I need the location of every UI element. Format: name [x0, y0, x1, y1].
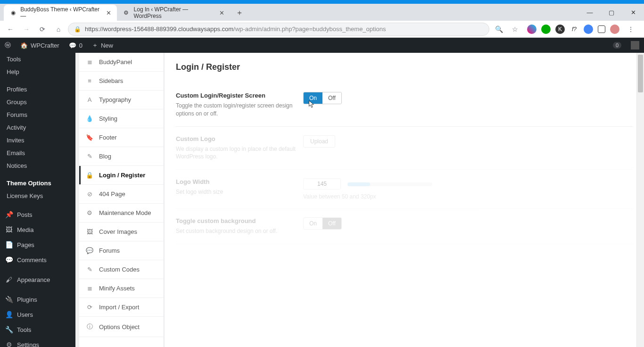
menu-icon[interactable]: ⋮	[624, 23, 637, 36]
options-sidebar-item[interactable]: 🖼Cover Images	[79, 223, 164, 241]
admin-menu-item[interactable]: 🔧Tools	[0, 322, 75, 337]
admin-menu-item[interactable]: 📌Posts	[0, 207, 75, 222]
toggle-custom-login[interactable]: On Off	[303, 92, 342, 104]
admin-menu-item[interactable]: Notices	[0, 159, 75, 172]
menu-label: Groups	[7, 99, 27, 106]
menu-label: Help	[7, 68, 19, 75]
admin-menu-item[interactable]: Invites	[0, 134, 75, 147]
toggle-on[interactable]: On	[304, 92, 322, 104]
upload-button[interactable]: Upload	[303, 135, 335, 148]
option-icon: ≡	[86, 77, 93, 84]
toggle-off[interactable]: Off	[322, 92, 341, 104]
close-icon[interactable]: ✕	[219, 9, 224, 17]
extension-icon[interactable]: f?	[570, 25, 579, 34]
admin-menu-item[interactable]: Help	[0, 66, 75, 78]
admin-menu-item[interactable]: Forums	[0, 108, 75, 121]
options-sidebar-item[interactable]: 💬Forums	[79, 241, 164, 260]
extension-icon[interactable]	[527, 25, 537, 34]
options-sidebar-item[interactable]: ATypography	[79, 91, 164, 109]
menu-label: Theme Options	[7, 180, 51, 187]
option-label: Import / Export	[99, 304, 139, 311]
favicon-icon: ◉	[9, 9, 17, 17]
field-description: Toggle the custom login/register screen …	[176, 102, 292, 117]
menu-label: Tools	[7, 56, 21, 63]
comments-link[interactable]: 💬0	[64, 38, 87, 53]
option-label: Maintenance Mode	[99, 209, 151, 216]
options-sidebar-item[interactable]: ⟳Import / Export	[79, 298, 164, 317]
admin-menu-item[interactable]: 📄Pages	[0, 237, 75, 252]
admin-menu-item[interactable]: 🖼Media	[0, 222, 75, 237]
admin-menu-item[interactable]: Theme Options	[0, 177, 75, 190]
options-sidebar-item[interactable]: ✎Custom Codes	[79, 260, 164, 279]
admin-menu-item[interactable]: Emails	[0, 147, 75, 159]
toggle-custom-background[interactable]: On Off	[303, 217, 342, 230]
home-icon: 🏠	[20, 42, 28, 49]
option-icon: ⚙	[86, 209, 93, 216]
avatar-icon[interactable]	[610, 25, 619, 34]
option-icon: 🔖	[86, 134, 93, 141]
option-icon: 💬	[86, 247, 93, 254]
address-bar[interactable]: 🔒 https://wordpress-156488-889399.cloudw…	[68, 23, 489, 36]
toggle-on[interactable]: On	[304, 218, 322, 229]
option-label: Options Object	[99, 323, 140, 330]
page-title: Login / Register	[176, 62, 633, 72]
reload-button[interactable]: ⟳	[36, 23, 49, 36]
site-link[interactable]: 🏠WPCrafter	[16, 38, 64, 53]
notifications[interactable]: 0	[608, 38, 626, 53]
logo-width-slider[interactable]	[347, 182, 432, 186]
back-button[interactable]: ←	[4, 23, 17, 36]
menu-label: Notices	[7, 162, 27, 169]
option-label: Footer	[99, 134, 117, 141]
admin-menu-item[interactable]: Profiles	[0, 83, 75, 96]
options-sidebar-item[interactable]: ≡Sidebars	[79, 72, 164, 91]
menu-label: Activity	[7, 124, 26, 131]
close-icon[interactable]: ✕	[106, 9, 111, 17]
options-sidebar-item[interactable]: ≣BuddyPanel	[79, 53, 164, 72]
option-icon: ≣	[86, 58, 93, 66]
options-sidebar-item[interactable]: ⊘404 Page	[79, 185, 164, 204]
browser-tab[interactable]: ⚙ Log In ‹ WPCrafter — WordPress ✕	[117, 5, 230, 21]
url-text: https://wordpress-156488-889399.cloudway…	[85, 25, 386, 33]
toggle-off[interactable]: Off	[322, 218, 341, 229]
admin-menu-item[interactable]: Activity	[0, 121, 75, 134]
scrollbar-thumb[interactable]	[638, 55, 643, 92]
options-sidebar-item[interactable]: ⓘOptions Object	[79, 317, 164, 337]
new-tab-button[interactable]: ＋	[233, 6, 246, 19]
option-icon: ⊘	[86, 190, 93, 198]
options-sidebar-item[interactable]: ⚙Maintenance Mode	[79, 204, 164, 223]
admin-menu-item[interactable]: 🖌Appearance	[0, 272, 75, 287]
admin-menu-item[interactable]: 🔌Plugins	[0, 292, 75, 307]
admin-menu-item[interactable]: 💬Comments	[0, 252, 75, 267]
admin-menu-item[interactable]: ⚙Settings	[0, 337, 75, 347]
options-sidebar-item[interactable]: 🔒Login / Register	[79, 166, 164, 185]
zoom-icon[interactable]: 🔍	[492, 23, 505, 36]
options-sidebar-item[interactable]: 🔖Footer	[79, 128, 164, 147]
logo-width-input[interactable]	[303, 178, 341, 190]
home-button[interactable]: ⌂	[52, 23, 65, 36]
browser-tab-active[interactable]: ◉ BuddyBoss Theme ‹ WPCrafter — ✕	[4, 5, 117, 21]
options-sidebar-item[interactable]: ≣Minify Assets	[79, 279, 164, 298]
admin-menu-item[interactable]: 👤Users	[0, 307, 75, 322]
admin-menu-item[interactable]: Tools	[0, 53, 75, 66]
account-avatar[interactable]	[626, 38, 644, 53]
option-icon: ✎	[86, 153, 93, 160]
menu-label: Pages	[17, 241, 34, 248]
extension-icon[interactable]	[541, 25, 551, 34]
extension-icon[interactable]	[598, 25, 605, 33]
theme-options-sidebar: ≣BuddyPanel≡SidebarsATypography💧Styling🔖…	[79, 53, 164, 347]
admin-menu-item[interactable]: Groups	[0, 96, 75, 108]
bookmark-icon[interactable]: ☆	[508, 23, 521, 36]
wp-logo[interactable]: ⓦ	[0, 38, 16, 53]
extension-icon[interactable]	[584, 25, 593, 34]
window-close-button[interactable]: ✕	[622, 4, 644, 21]
new-content-link[interactable]: ＋New	[87, 38, 118, 53]
field-hint: Value between 50 and 320px	[303, 193, 633, 200]
menu-icon: 💬	[5, 256, 13, 264]
scrollbar[interactable]	[636, 53, 644, 347]
extension-icon[interactable]: K	[555, 25, 565, 34]
options-sidebar-item[interactable]: 💧Styling	[79, 109, 164, 128]
options-sidebar-item[interactable]: ✎Blog	[79, 147, 164, 166]
window-maximize-button[interactable]: ▢	[601, 4, 622, 21]
window-minimize-button[interactable]: —	[579, 4, 601, 21]
admin-menu-item[interactable]: License Keys	[0, 190, 75, 202]
